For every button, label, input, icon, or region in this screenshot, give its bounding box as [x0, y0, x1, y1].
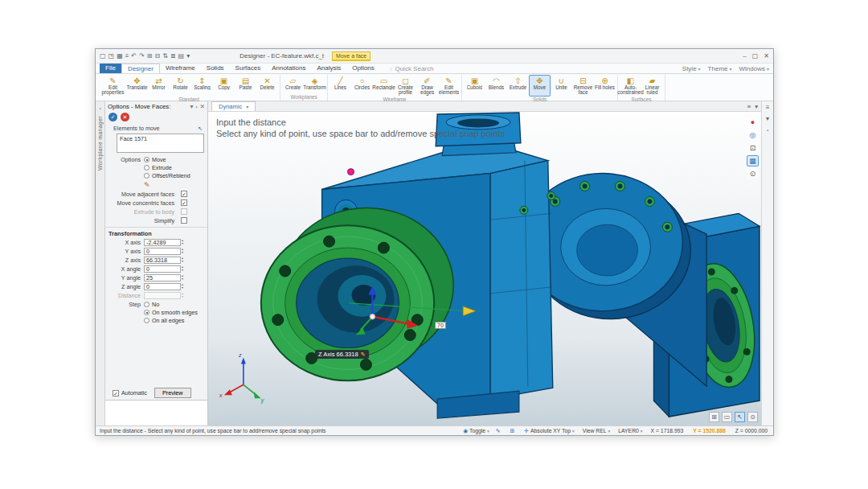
open-icon[interactable]: ◳ [108, 52, 115, 60]
edit-elements-button[interactable]: ✎Edit elements [438, 75, 460, 97]
value-input[interactable]: 0 [144, 283, 181, 290]
list-icon[interactable]: ≣ [170, 52, 176, 60]
unite-button[interactable]: ∪Unite [551, 75, 572, 97]
quick-search-input[interactable]: Quick Search [390, 65, 434, 73]
option-checkbox-row[interactable]: Simplify [105, 216, 207, 225]
pointer-icon[interactable]: ↖ [735, 412, 745, 422]
spinner[interactable] [182, 265, 183, 272]
ribbon-tab[interactable]: Annotations [266, 64, 311, 73]
status-segment[interactable]: Y = 1520.888 [691, 428, 727, 434]
value-input[interactable]: 0 [144, 248, 181, 255]
option-checkbox-row[interactable]: Move adjacent faces [105, 190, 207, 199]
model-svg[interactable]: x y z [208, 112, 761, 425]
swap-icon[interactable]: ⇅ [162, 52, 168, 60]
confirm-button[interactable] [108, 113, 117, 121]
status-segment[interactable]: ◉Toggle▾ [463, 428, 489, 434]
status-segment[interactable]: View REL▾ [581, 428, 611, 434]
screen-mode-icon[interactable]: ▭ [722, 412, 732, 422]
menu-icon[interactable] [747, 103, 751, 110]
new-file-icon[interactable]: ▢ [100, 52, 106, 60]
screen-icon[interactable]: ⊡ [747, 142, 759, 154]
move-button[interactable]: ✥Move [529, 75, 551, 97]
compare-icon[interactable]: ◎ [747, 129, 759, 141]
preview-button[interactable]: Preview [154, 388, 191, 398]
option-checkbox-row[interactable]: Extrude to body [105, 208, 207, 216]
translate-button[interactable]: ✥Translate [126, 75, 148, 97]
copy-button[interactable]: ▣Copy [213, 75, 235, 97]
status-segment[interactable]: X = 1718.993 [649, 428, 686, 434]
window-menu[interactable]: Theme [708, 65, 732, 72]
spinner[interactable] [182, 283, 183, 290]
spinner[interactable] [182, 292, 183, 298]
menu-icon[interactable] [766, 104, 770, 111]
status-segment[interactable]: Z = 0000.000 [734, 428, 769, 434]
spinner[interactable] [182, 274, 183, 281]
close-icon[interactable] [199, 103, 205, 110]
spinner[interactable] [182, 257, 183, 263]
chevron-down-icon[interactable] [190, 103, 193, 110]
layout-grid-icon[interactable]: ⊞ [709, 412, 719, 422]
step-radio[interactable]: On smooth edges [144, 309, 198, 316]
right-dock-strip[interactable] [761, 101, 773, 425]
window-menu[interactable]: Windows [739, 65, 769, 72]
status-segment[interactable]: ⊞ [510, 428, 518, 434]
probe-icon[interactable]: ⊙ [747, 168, 759, 179]
close-button[interactable]: ✕ [764, 52, 769, 60]
edit-icon[interactable] [361, 351, 366, 358]
value-input[interactable]: 25 [144, 274, 181, 281]
snap-point-marker[interactable] [347, 169, 354, 175]
maximize-button[interactable]: ▢ [752, 52, 759, 60]
minimize-button[interactable]: – [743, 52, 746, 60]
redo-icon[interactable]: ↷ [139, 52, 145, 60]
triad-origin[interactable] [370, 314, 375, 319]
add-icon[interactable]: ⊞ [147, 52, 153, 60]
remove-face-button[interactable]: ⊟Remove face [572, 75, 594, 97]
mirror-button[interactable]: ⇄Mirror [148, 75, 170, 97]
mode-radio[interactable]: Move [144, 156, 190, 163]
model-canvas[interactable]: x y z Input the distance Select any kind… [208, 112, 761, 425]
circles-button[interactable]: ○Circles [351, 75, 373, 97]
window-menu[interactable]: Style [682, 65, 701, 72]
rectangle-button[interactable]: ▭Rectangle [373, 75, 395, 97]
value-input[interactable]: 0 [144, 265, 181, 273]
ribbon-tab[interactable]: File [100, 64, 121, 73]
ribbon-tab[interactable]: Solids [201, 64, 230, 73]
status-segment[interactable]: LAYER0▾ [616, 428, 642, 434]
chevron-down-icon[interactable] [766, 115, 769, 122]
delete-button[interactable]: ✕Delete [256, 75, 278, 97]
workplane-manager-strip[interactable]: Workplane manager [96, 101, 105, 425]
cuboid-button[interactable]: ▣Cuboid [464, 75, 485, 97]
auto-constrained-button[interactable]: ◧Auto-constrained [620, 75, 641, 97]
ribbon-tab[interactable]: Wireframe [160, 64, 201, 73]
pin-icon[interactable] [195, 103, 197, 110]
grid-icon[interactable]: ▦ [747, 155, 759, 166]
extrude-button[interactable]: ⇧Extrude [507, 75, 529, 97]
blends-button[interactable]: ◠Blends [485, 75, 507, 97]
lines-button[interactable]: ╱Lines [330, 75, 351, 97]
value-input[interactable]: 66.3318 [144, 257, 181, 264]
linear-ruled-button[interactable]: ▰Linear ruled [641, 75, 663, 97]
remove-icon[interactable]: ⊟ [154, 52, 160, 60]
zoom-icon[interactable]: ⊙ [747, 412, 758, 422]
status-segment[interactable]: ✎ [496, 428, 504, 434]
rotate-button[interactable]: ↻Rotate [170, 75, 191, 97]
mode-radio[interactable]: Extrude [144, 164, 190, 171]
elements-list-item[interactable]: Face 1571 [120, 135, 201, 142]
create-workplane-button[interactable]: ▱Create [282, 75, 304, 94]
step-radio[interactable]: No [144, 301, 198, 308]
more-icon[interactable]: ▾ [186, 52, 190, 60]
chevron-down-icon[interactable] [755, 103, 758, 110]
draw-edges-button[interactable]: ✐Draw edges [416, 75, 438, 97]
cancel-button[interactable] [121, 113, 129, 121]
create-profile-button[interactable]: ◻Create profile [395, 75, 416, 97]
value-input[interactable] [144, 292, 181, 299]
properties-icon[interactable]: ▤ [178, 52, 185, 60]
ribbon-tab[interactable]: Surfaces [230, 64, 267, 73]
step-radio[interactable]: On all edges [144, 317, 198, 324]
spinner[interactable] [182, 248, 183, 254]
option-checkbox-row[interactable]: Move concentric faces [105, 199, 207, 208]
paste-button[interactable]: ▤Paste [235, 75, 256, 97]
viewport-tab-dynamic[interactable]: Dynamic [211, 101, 256, 111]
elements-listbox[interactable]: Face 1571 [117, 134, 204, 153]
automatic-checkbox[interactable] [113, 390, 119, 397]
